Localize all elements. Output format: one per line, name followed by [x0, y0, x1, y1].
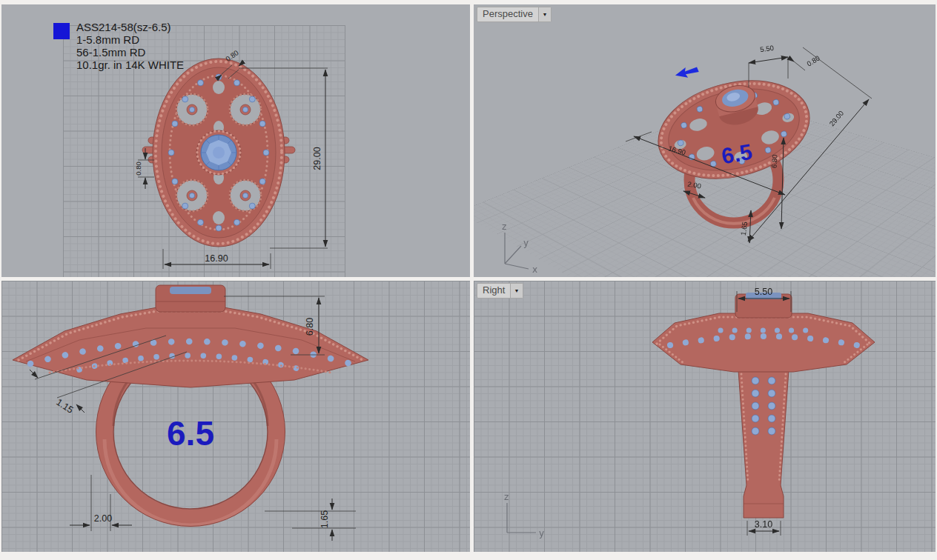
perspective-canvas: 5.50 0.80 29.00 16.90 6.80 [474, 4, 936, 277]
axis-x-label: x [532, 264, 537, 275]
annotation-line-4: 10.1gr. in 14K WHITE [76, 59, 184, 71]
viewport-tab-label: Perspective [477, 7, 538, 21]
dim-bezel-width-right-value: 5.50 [755, 287, 772, 297]
layer-color-swatch [53, 23, 70, 39]
viewport-tab-perspective[interactable]: Perspective ▼ [477, 7, 552, 22]
ring-render-right-view[interactable] [652, 293, 875, 518]
front-bezel [156, 285, 225, 312]
right-view-canvas: 5.50 3.10 z y [474, 281, 936, 552]
dim-shoulder-value: 1.15 [54, 397, 75, 416]
dim-bead-persp[interactable]: 0.80 [789, 54, 821, 70]
dim-head-height-front-value: 6.80 [305, 318, 315, 336]
axis-z-label: z [504, 492, 509, 502]
viewport-tab-right[interactable]: Right ▼ [477, 283, 523, 299]
axis-z-label: z [502, 221, 506, 232]
dim-bead-side-value: 0.80 [134, 161, 142, 176]
direction-arrow[interactable] [674, 64, 699, 80]
viewport-perspective[interactable]: Perspective ▼ [474, 4, 936, 277]
ring-size-text-front[interactable]: 6.5 [167, 414, 214, 453]
dim-height-persp-value: 29.00 [827, 109, 845, 127]
axis-gizmo-perspective: z y x [502, 221, 537, 275]
axis-gizmo-right: z y [504, 492, 544, 539]
viewport-right[interactable]: Right ▼ [474, 281, 936, 552]
viewport-dropdown-button[interactable]: ▼ [510, 284, 523, 298]
annotation-line-3: 56-1.5mm RD [76, 46, 184, 59]
axis-y-label: y [539, 528, 544, 539]
cad-window: ASS214-58(sz-6.5) 1-5.8mm RD 56-1.5mm RD… [0, 0, 937, 560]
dim-width-value: 16.90 [205, 253, 228, 264]
axis-y-label: y [523, 238, 529, 248]
viewport-tab-label: Right [477, 284, 510, 298]
dim-head-height-value: 6.80 [770, 154, 779, 168]
dim-bead-value: 0.80 [805, 54, 821, 68]
annotation-line-2: 1-5.8mm RD [76, 33, 184, 46]
dim-band-width-front-value: 2.00 [94, 513, 112, 524]
dim-bezel-width-value: 5.50 [760, 44, 775, 53]
center-gem [196, 130, 241, 175]
annotation-text: ASS214-58(sz-6.5) 1-5.8mm RD 56-1.5mm RD… [76, 21, 184, 71]
dim-shank-width-right[interactable]: 3.10 [747, 519, 781, 536]
viewport-front[interactable]: 6.5 6.80 1.15 2.00 [1, 281, 470, 552]
viewport-dropdown-button[interactable]: ▼ [538, 7, 551, 21]
dim-band-thickness-front[interactable]: 1.65 [265, 499, 356, 541]
dim-band-thickness-front-value: 1.65 [319, 510, 330, 528]
dim-shank-width-value: 3.10 [755, 519, 772, 530]
model-annotation[interactable]: ASS214-58(sz-6.5) 1-5.8mm RD 56-1.5mm RD… [53, 21, 184, 71]
chevron-down-icon: ▼ [542, 12, 547, 18]
dim-height-value: 29.00 [312, 147, 322, 170]
annotation-line-1: ASS214-58(sz-6.5) [76, 21, 184, 33]
dim-width-1690[interactable]: 16.90 [163, 249, 271, 269]
dim-bead-side[interactable]: 0.80 [134, 148, 154, 189]
chevron-down-icon: ▼ [514, 288, 520, 294]
dim-band-thickness-persp-value: 1.65 [739, 221, 749, 236]
viewport-top[interactable]: ASS214-58(sz-6.5) 1-5.8mm RD 56-1.5mm RD… [1, 4, 470, 277]
ring-render-top-view[interactable] [142, 59, 295, 247]
front-view-canvas: 6.5 6.80 1.15 2.00 [1, 281, 470, 552]
